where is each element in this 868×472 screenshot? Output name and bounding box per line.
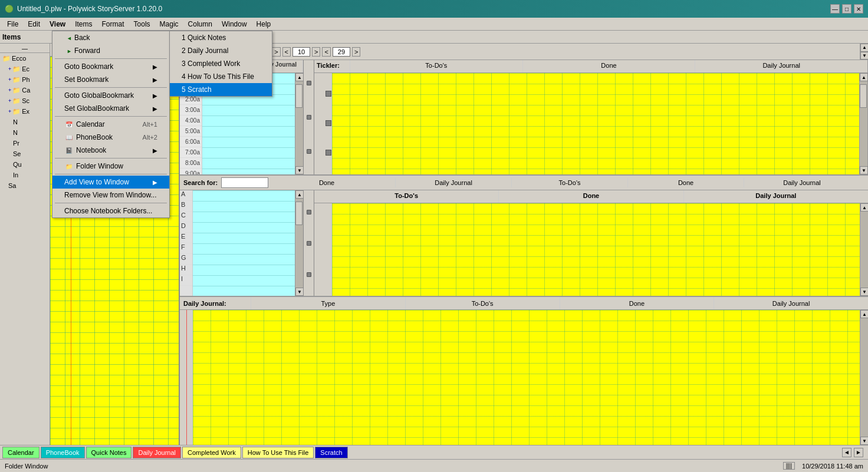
menu-items[interactable]: Items — [70, 19, 97, 29]
goto-bk-arrow: ▶ — [153, 64, 157, 70]
sidebar-item-ca[interactable]: + 📁 Ca — [0, 85, 50, 95]
appt-scroll-down[interactable]: ▼ — [295, 166, 303, 174]
st-grid[interactable] — [332, 203, 860, 296]
tickler-handle1[interactable] — [326, 91, 331, 97]
time-7am: 7:00a — [180, 147, 202, 158]
menu-remove-view[interactable]: Remove View from Window... — [52, 189, 169, 202]
close-button[interactable]: ✕ — [854, 4, 863, 14]
menu-edit[interactable]: Edit — [23, 19, 45, 29]
minimize-button[interactable]: — — [830, 4, 840, 14]
tab-next[interactable]: ► — [854, 448, 863, 457]
pb-scroll-up[interactable]: ▲ — [295, 190, 303, 199]
menu-column[interactable]: Column — [183, 19, 217, 29]
cal-vscroll[interactable]: ▲ ▼ — [860, 44, 868, 60]
sidebar-item-sc[interactable]: + 📁 Sc — [0, 95, 50, 106]
sidebar-label-qu: Qu — [13, 161, 22, 168]
sidebar-item-in[interactable]: In — [0, 170, 50, 180]
right-section: Dy Mo Yr < > < > < > ▲ ▼ — [180, 44, 868, 445]
menu-forward[interactable]: Forward — [52, 44, 169, 57]
pb-vscroll[interactable]: ▲ ▼ — [295, 190, 303, 296]
sidebar-item-ph[interactable]: + 📁 Ph — [0, 74, 50, 85]
search-row: Search for: Done Daily Journal To-Do's D… — [180, 175, 868, 190]
menu-add-view[interactable]: Add View to Window ▶ — [52, 176, 169, 189]
tab-howtouse[interactable]: How To Use This File — [242, 447, 314, 458]
dj-grid[interactable] — [193, 310, 860, 445]
submenu-daily-journal[interactable]: 2 Daily Journal — [170, 44, 272, 57]
menu-goto-global[interactable]: Goto GlobalBookmark ▶ — [52, 89, 169, 102]
menu-magic[interactable]: Magic — [155, 19, 183, 29]
tab-prev[interactable]: ◄ — [842, 448, 851, 457]
scroll-up[interactable]: ▲ — [860, 44, 868, 52]
pb-scroll-thumb[interactable] — [295, 202, 303, 225]
submenu-quick-notes[interactable]: 1 Quick Notes — [170, 31, 272, 44]
sidebar-collapse[interactable]: — — [22, 45, 28, 52]
sidebar-item-n1[interactable]: N — [0, 117, 50, 127]
menu-help[interactable]: Help — [252, 19, 276, 29]
prev-day[interactable]: < — [322, 47, 330, 57]
tickler-dj-col: Daily Journal — [695, 60, 867, 72]
sidebar-item-se[interactable]: Se — [0, 148, 50, 159]
menu-set-global[interactable]: Set GlobalBookmark ▶ — [52, 102, 169, 115]
month-input[interactable] — [292, 47, 310, 57]
menu-view[interactable]: View — [45, 19, 70, 29]
menu-goto-bookmark[interactable]: Goto Bookmark ▶ — [52, 60, 169, 73]
status-right: |||| 10/29/2018 11:48 am — [783, 462, 863, 470]
appt-scroll-up[interactable]: ▲ — [295, 73, 303, 81]
sidebar-item-ec[interactable]: + 📁 Ec — [0, 64, 50, 74]
menu-back[interactable]: Back — [52, 31, 169, 44]
submenu-scratch[interactable]: 5 Scratch — [170, 83, 272, 96]
tickler-handle3[interactable] — [326, 150, 331, 156]
submenu-completed-work[interactable]: 3 Completed Work — [170, 57, 272, 70]
sidebar-item-ex[interactable]: + 📁 Ex — [0, 106, 50, 117]
next-month[interactable]: > — [312, 47, 320, 57]
tickler-vscroll[interactable]: ▲ ▼ — [859, 73, 867, 174]
sidebar-item-sa[interactable]: Sa — [0, 180, 50, 191]
sidebar-item-pr[interactable]: Pr — [0, 138, 50, 148]
next-year[interactable]: > — [272, 47, 280, 57]
prev-month[interactable]: < — [282, 47, 291, 57]
st-vscroll[interactable]: ▲ ▼ — [860, 203, 868, 296]
tab-calendar[interactable]: Calendar — [2, 447, 40, 458]
appt-vscroll[interactable]: ▲ ▼ — [295, 73, 303, 174]
sidebar-item-n2[interactable]: N — [0, 127, 50, 138]
search-input[interactable] — [221, 177, 268, 188]
menu-folder-window[interactable]: Folder Window — [52, 160, 169, 173]
tickler-grid[interactable] — [332, 73, 859, 174]
menu-format[interactable]: Format — [97, 19, 129, 29]
phonebook-grid[interactable] — [193, 190, 295, 296]
splitter1[interactable] — [304, 60, 314, 174]
tab-scratch[interactable]: Scratch — [315, 447, 347, 458]
menu-file[interactable]: File — [2, 19, 23, 29]
menu-phonebook[interactable]: PhoneBook Alt+2 — [52, 131, 169, 144]
menu-tools[interactable]: Tools — [129, 19, 155, 29]
menu-set-bookmark[interactable]: Set Bookmark ▶ — [52, 73, 169, 86]
splitter2[interactable] — [304, 190, 314, 296]
splitter-dot3 — [307, 149, 311, 154]
sidebar-item-qu[interactable]: Qu — [0, 159, 50, 170]
menu-choose-folders[interactable]: Choose Notebook Folders... — [52, 204, 169, 217]
title-bar: 🟢 Untitled_0.plw - Polywick StoryServer … — [0, 0, 868, 18]
dj-done-col: Done — [560, 297, 714, 309]
sidebar-item-ecco[interactable]: 📁 Ecco — [0, 53, 50, 64]
tab-quicknotes[interactable]: Quick Notes — [86, 447, 132, 458]
menu-notebook[interactable]: Notebook ▶ — [52, 144, 169, 157]
next-day[interactable]: > — [352, 47, 360, 57]
dj-vscroll[interactable]: ▲ ▼ — [860, 310, 868, 445]
middle-panels: A B C D E F G H I — [180, 190, 868, 296]
submenu-how-to-use[interactable]: 4 How To Use This File — [170, 70, 272, 83]
expand-icon4: + — [8, 98, 11, 104]
scroll-down[interactable]: ▼ — [860, 52, 868, 60]
pb-scroll-down[interactable]: ▼ — [295, 288, 303, 296]
menu-calendar[interactable]: Calendar Alt+1 — [52, 118, 169, 131]
appt-scroll-thumb[interactable] — [295, 84, 303, 108]
sidebar-item-label: Ecco — [12, 55, 26, 62]
title-bar-controls: — □ ✕ — [830, 4, 863, 14]
maximize-button[interactable]: □ — [842, 4, 851, 14]
menu-window[interactable]: Window — [217, 19, 252, 29]
day-input[interactable] — [333, 47, 350, 57]
tickler-scroll-thumb[interactable] — [860, 84, 867, 108]
tab-dailyjournal[interactable]: Daily Journal — [133, 447, 181, 458]
tab-phonebook[interactable]: PhoneBook — [41, 447, 85, 458]
tab-completedwork[interactable]: Completed Work — [182, 447, 241, 458]
tickler-handle2[interactable] — [326, 120, 331, 126]
